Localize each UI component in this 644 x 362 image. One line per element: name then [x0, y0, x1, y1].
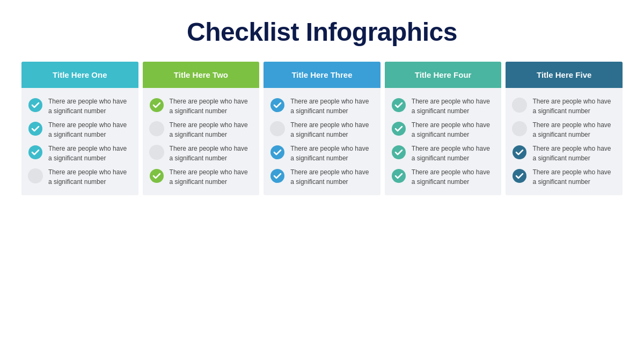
- item-text: There are people who have a significant …: [412, 167, 495, 187]
- item-text: There are people who have a significant …: [532, 144, 616, 163]
- checked-icon: [28, 145, 43, 160]
- item-text: There are people who have a significant …: [532, 167, 616, 187]
- item-text: There are people who have a significant …: [170, 120, 253, 139]
- svg-point-3: [150, 98, 164, 112]
- item-text: There are people who have a significant …: [170, 167, 253, 187]
- svg-point-0: [28, 98, 42, 112]
- item-text: There are people who have a significant …: [412, 97, 495, 116]
- list-item: There are people who have a significant …: [149, 144, 253, 163]
- col-body-3: There are people who have a significant …: [264, 88, 380, 195]
- svg-point-2: [28, 145, 42, 159]
- checked-icon: [391, 98, 406, 113]
- svg-point-5: [270, 98, 284, 112]
- item-text: There are people who have a significant …: [532, 120, 616, 139]
- checked-icon: [149, 98, 164, 113]
- item-text: There are people who have a significant …: [290, 144, 374, 163]
- item-text: There are people who have a significant …: [48, 144, 132, 163]
- item-text: There are people who have a significant …: [48, 97, 132, 116]
- item-text: There are people who have a significant …: [48, 120, 132, 139]
- svg-point-7: [270, 169, 284, 183]
- col-body-4: There are people who have a significant …: [385, 88, 502, 195]
- item-text: There are people who have a significant …: [412, 144, 495, 163]
- list-item: There are people who have a significant …: [391, 167, 495, 187]
- svg-point-4: [150, 169, 164, 183]
- list-item: There are people who have a significant …: [28, 97, 132, 116]
- checked-icon: [270, 168, 285, 183]
- list-item: There are people who have a significant …: [149, 120, 253, 139]
- unchecked-icon: [149, 121, 164, 136]
- column-col3: Title Here Three There are people who ha…: [264, 62, 380, 195]
- item-text: There are people who have a significant …: [532, 97, 616, 116]
- checked-icon: [28, 121, 43, 136]
- checked-icon: [391, 168, 406, 183]
- item-text: There are people who have a significant …: [290, 167, 374, 187]
- list-item: There are people who have a significant …: [270, 144, 374, 163]
- svg-point-6: [270, 145, 284, 159]
- svg-point-11: [392, 169, 406, 183]
- unchecked-icon: [28, 168, 43, 183]
- list-item: There are people who have a significant …: [512, 144, 616, 163]
- col-header-4: Title Here Four: [385, 62, 502, 88]
- svg-point-9: [392, 122, 406, 136]
- list-item: There are people who have a significant …: [28, 144, 132, 163]
- checked-icon: [149, 168, 164, 183]
- unchecked-icon: [149, 145, 164, 160]
- checked-icon: [512, 145, 527, 160]
- item-text: There are people who have a significant …: [170, 97, 253, 116]
- columns-wrapper: Title Here One There are people who have…: [21, 62, 623, 195]
- col-body-5: There are people who have a significant …: [506, 88, 623, 195]
- list-item: There are people who have a significant …: [512, 97, 616, 116]
- checked-icon: [391, 121, 406, 136]
- svg-point-8: [392, 98, 406, 112]
- list-item: There are people who have a significant …: [28, 167, 132, 187]
- list-item: There are people who have a significant …: [391, 144, 495, 163]
- item-text: There are people who have a significant …: [290, 120, 374, 139]
- svg-point-10: [392, 145, 406, 159]
- item-text: There are people who have a significant …: [290, 97, 374, 116]
- list-item: There are people who have a significant …: [512, 167, 616, 187]
- item-text: There are people who have a significant …: [170, 144, 253, 163]
- checked-icon: [512, 168, 527, 183]
- column-col5: Title Here FiveThere are people who have…: [506, 62, 623, 195]
- unchecked-icon: [512, 98, 527, 113]
- column-col4: Title Here Four There are people who hav…: [385, 62, 502, 195]
- item-text: There are people who have a significant …: [412, 120, 495, 139]
- svg-point-1: [28, 122, 42, 136]
- col-body-2: There are people who have a significant …: [143, 88, 260, 195]
- list-item: There are people who have a significant …: [391, 120, 495, 139]
- col-header-1: Title Here One: [21, 62, 138, 88]
- list-item: There are people who have a significant …: [270, 97, 374, 116]
- checked-icon: [391, 145, 406, 160]
- list-item: There are people who have a significant …: [270, 120, 374, 139]
- svg-point-12: [513, 145, 526, 159]
- column-col2: Title Here Two There are people who have…: [143, 62, 260, 195]
- col-header-2: Title Here Two: [143, 62, 260, 88]
- list-item: There are people who have a significant …: [391, 97, 495, 116]
- unchecked-icon: [270, 121, 285, 136]
- unchecked-icon: [512, 121, 527, 136]
- list-item: There are people who have a significant …: [270, 167, 374, 187]
- checked-icon: [270, 145, 285, 160]
- column-col1: Title Here One There are people who have…: [21, 62, 138, 195]
- col-body-1: There are people who have a significant …: [21, 88, 138, 195]
- list-item: There are people who have a significant …: [28, 120, 132, 139]
- item-text: There are people who have a significant …: [48, 167, 132, 187]
- col-header-5: Title Here Five: [506, 62, 623, 88]
- svg-point-13: [513, 169, 526, 183]
- list-item: There are people who have a significant …: [512, 120, 616, 139]
- list-item: There are people who have a significant …: [149, 97, 253, 116]
- page-title: Checklist Infographics: [187, 17, 457, 47]
- col-header-3: Title Here Three: [264, 62, 380, 88]
- list-item: There are people who have a significant …: [149, 167, 253, 187]
- checked-icon: [270, 98, 285, 113]
- checked-icon: [28, 98, 43, 113]
